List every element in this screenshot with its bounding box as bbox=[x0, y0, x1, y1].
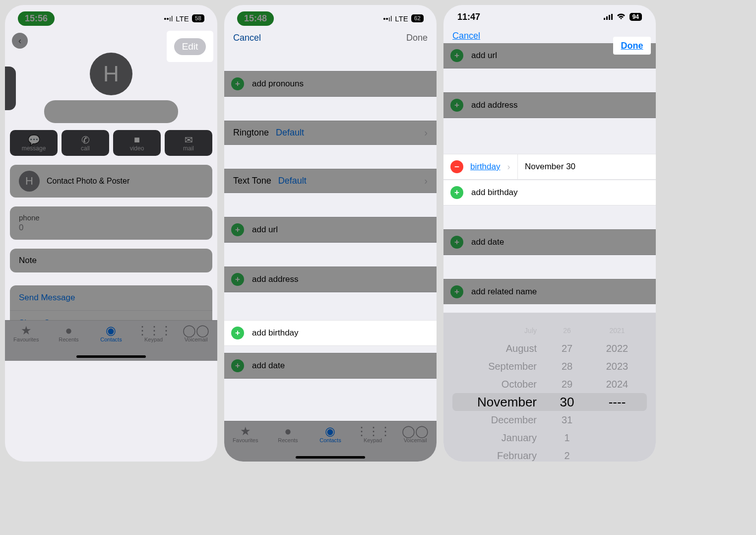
mail-icon: ✉ bbox=[167, 134, 210, 145]
phone-value[interactable]: 0 bbox=[10, 223, 212, 240]
birthday-row[interactable]: – birthday › November 30 bbox=[443, 154, 656, 180]
tab-bar: ★Favourites ●Recents ◉Contacts ⋮⋮⋮Keypad… bbox=[5, 320, 217, 361]
voicemail-icon: ◯◯ bbox=[398, 424, 433, 437]
home-indicator[interactable] bbox=[76, 355, 146, 358]
chevron-right-icon: › bbox=[424, 175, 428, 187]
carrier-label: LTE bbox=[176, 14, 189, 23]
birthday-type-label[interactable]: birthday bbox=[470, 162, 500, 172]
status-bar: 15:48 ••ıl LTE 62 bbox=[224, 5, 437, 29]
add-birthday-row[interactable]: + add birthday bbox=[443, 180, 656, 205]
status-bar: 15:56 ••ıl LTE 58 bbox=[5, 5, 217, 29]
plus-icon: + bbox=[231, 359, 244, 372]
carrier-label: LTE bbox=[395, 14, 408, 23]
picker-row[interactable]: November30---- bbox=[452, 393, 647, 411]
keypad-icon: ⋮⋮⋮ bbox=[356, 424, 390, 437]
mail-button[interactable]: ✉mail bbox=[165, 130, 212, 156]
done-button[interactable]: Done bbox=[621, 41, 643, 51]
add-birthday-row[interactable]: + add birthday bbox=[224, 320, 437, 346]
phone-icon: ✆ bbox=[63, 134, 107, 145]
cancel-button[interactable]: Cancel bbox=[452, 31, 480, 41]
battery-indicator: 62 bbox=[411, 14, 424, 22]
plus-icon: + bbox=[450, 49, 463, 62]
chevron-right-icon: › bbox=[424, 127, 428, 138]
birthday-date-value[interactable]: November 30 bbox=[518, 156, 582, 178]
voicemail-icon: ◯◯ bbox=[179, 324, 213, 336]
contact-avatar[interactable]: H bbox=[90, 53, 132, 95]
video-icon: ■ bbox=[115, 134, 159, 145]
picker-row[interactable]: July262021 bbox=[443, 322, 656, 339]
date-picker[interactable]: July262021August272022September282023Oct… bbox=[443, 313, 656, 462]
note-row[interactable]: Note bbox=[10, 249, 212, 272]
minus-icon[interactable]: – bbox=[450, 160, 463, 173]
clock-icon: ● bbox=[51, 324, 86, 336]
screenshot-birthday-picker: 11:47 94 Cancel + add url + add address bbox=[443, 5, 656, 462]
picker-row[interactable]: October292024 bbox=[443, 375, 656, 393]
plus-icon: + bbox=[231, 223, 244, 236]
message-button[interactable]: 💬message bbox=[10, 130, 58, 156]
add-address-row[interactable]: + add address bbox=[443, 92, 656, 118]
svg-rect-3 bbox=[611, 14, 613, 20]
tab-bar: ★Favourites ●Recents ◉Contacts ⋮⋮⋮Keypad… bbox=[224, 421, 437, 462]
svg-rect-1 bbox=[606, 16, 608, 20]
add-date-row[interactable]: + add date bbox=[443, 229, 656, 255]
person-icon: ◉ bbox=[94, 324, 128, 336]
time-pill: 15:56 bbox=[18, 11, 55, 26]
plus-icon: + bbox=[231, 327, 244, 339]
contact-name-redacted bbox=[44, 100, 178, 123]
done-button[interactable]: Done bbox=[406, 33, 428, 43]
video-button[interactable]: ■video bbox=[113, 130, 161, 156]
plus-icon: + bbox=[450, 236, 463, 249]
chevron-right-icon: › bbox=[507, 162, 510, 172]
star-icon: ★ bbox=[228, 424, 263, 437]
status-bar: 11:47 94 bbox=[443, 5, 656, 29]
home-indicator[interactable] bbox=[296, 456, 365, 459]
person-icon: ◉ bbox=[313, 424, 348, 437]
svg-rect-2 bbox=[609, 15, 610, 20]
battery-indicator: 58 bbox=[192, 14, 204, 22]
battery-indicator: 94 bbox=[630, 13, 642, 21]
edit-button[interactable]: Edit bbox=[174, 38, 206, 55]
plus-icon: + bbox=[231, 273, 244, 286]
done-button-highlight: Done bbox=[613, 37, 651, 55]
picker-row[interactable]: January1 bbox=[443, 429, 656, 447]
signal-icon: ••ıl bbox=[383, 14, 392, 23]
tab-favourites[interactable]: ★Favourites bbox=[228, 424, 263, 462]
add-address-row[interactable]: + add address bbox=[224, 267, 437, 292]
keypad-icon: ⋮⋮⋮ bbox=[136, 324, 171, 336]
star-icon: ★ bbox=[9, 324, 44, 336]
tab-voicemail[interactable]: ◯◯Voicemail bbox=[179, 324, 213, 361]
edit-button-highlight: Edit bbox=[167, 31, 213, 62]
clock-icon: ● bbox=[270, 424, 305, 437]
send-message-link[interactable]: Send Message bbox=[10, 285, 212, 311]
add-date-row[interactable]: + add date bbox=[224, 353, 437, 379]
call-button[interactable]: ✆call bbox=[62, 130, 109, 156]
contact-photo-poster-row[interactable]: H Contact Photo & Poster bbox=[10, 165, 212, 198]
picker-row[interactable]: August272022 bbox=[443, 339, 656, 357]
picker-row[interactable]: December31 bbox=[443, 411, 656, 429]
cancel-button[interactable]: Cancel bbox=[233, 33, 261, 43]
plus-icon: + bbox=[450, 285, 463, 298]
mini-avatar: H bbox=[19, 171, 40, 192]
time-pill: 15:48 bbox=[237, 11, 274, 26]
plus-icon: + bbox=[450, 99, 463, 112]
add-related-name-row[interactable]: + add related name bbox=[443, 279, 656, 304]
plus-icon: + bbox=[450, 186, 463, 199]
signal-icon: ••ıl bbox=[164, 14, 173, 23]
tab-voicemail[interactable]: ◯◯Voicemail bbox=[398, 424, 433, 462]
status-time: 11:47 bbox=[457, 12, 480, 22]
phone-label: phone bbox=[10, 206, 212, 223]
tab-favourites[interactable]: ★Favourites bbox=[9, 324, 44, 361]
picker-row[interactable]: September282023 bbox=[443, 357, 656, 375]
message-icon: 💬 bbox=[12, 134, 56, 145]
svg-rect-0 bbox=[604, 18, 605, 20]
wifi-icon bbox=[617, 13, 626, 21]
texttone-row[interactable]: Text Tone Default › bbox=[224, 169, 437, 193]
screenshot-contact-card: 15:56 ••ıl LTE 58 ‹ H 💬message ✆call ■vi… bbox=[5, 5, 217, 462]
add-pronouns-row[interactable]: + add pronouns bbox=[224, 71, 437, 97]
ringtone-row[interactable]: Ringtone Default › bbox=[224, 121, 437, 145]
add-url-row[interactable]: + add url bbox=[224, 217, 437, 243]
screenshot-edit-contact: 15:48 ••ıl LTE 62 Cancel Done + add pron… bbox=[224, 5, 437, 462]
back-button[interactable]: ‹ bbox=[12, 33, 28, 49]
app-switcher-handle[interactable] bbox=[5, 67, 16, 110]
picker-row[interactable]: February2 bbox=[443, 447, 656, 462]
